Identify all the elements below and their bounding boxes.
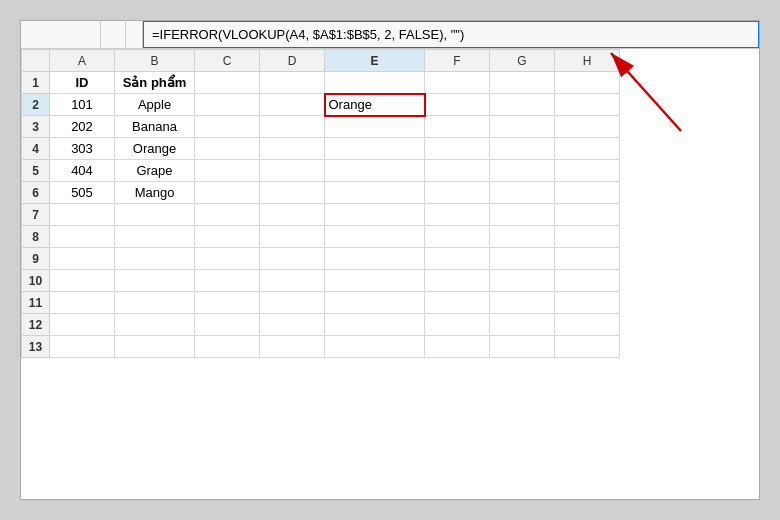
cell-E10[interactable] xyxy=(325,270,425,292)
cell-A10[interactable] xyxy=(50,270,115,292)
col-header-e[interactable]: E xyxy=(325,50,425,72)
cell-H5[interactable] xyxy=(555,160,620,182)
cell-C6[interactable] xyxy=(195,182,260,204)
cell-G2[interactable] xyxy=(490,94,555,116)
row-header-13[interactable]: 13 xyxy=(22,336,50,358)
cell-A2[interactable]: 101 xyxy=(50,94,115,116)
cell-E3[interactable] xyxy=(325,116,425,138)
cell-G12[interactable] xyxy=(490,314,555,336)
cell-D7[interactable] xyxy=(260,204,325,226)
cell-D13[interactable] xyxy=(260,336,325,358)
row-header-9[interactable]: 9 xyxy=(22,248,50,270)
cell-C2[interactable] xyxy=(195,94,260,116)
cell-C8[interactable] xyxy=(195,226,260,248)
cell-A3[interactable]: 202 xyxy=(50,116,115,138)
col-header-g[interactable]: G xyxy=(490,50,555,72)
cell-C11[interactable] xyxy=(195,292,260,314)
col-header-h[interactable]: H xyxy=(555,50,620,72)
cell-H13[interactable] xyxy=(555,336,620,358)
cell-F9[interactable] xyxy=(425,248,490,270)
cell-E8[interactable] xyxy=(325,226,425,248)
cell-B1[interactable]: Sản phẩm xyxy=(115,72,195,94)
row-header-7[interactable]: 7 xyxy=(22,204,50,226)
cell-E13[interactable] xyxy=(325,336,425,358)
cell-E11[interactable] xyxy=(325,292,425,314)
cell-H3[interactable] xyxy=(555,116,620,138)
cell-H4[interactable] xyxy=(555,138,620,160)
cell-name-box[interactable] xyxy=(21,21,101,48)
col-header-f[interactable]: F xyxy=(425,50,490,72)
cell-H9[interactable] xyxy=(555,248,620,270)
cell-C9[interactable] xyxy=(195,248,260,270)
row-header-10[interactable]: 10 xyxy=(22,270,50,292)
cell-F2[interactable] xyxy=(425,94,490,116)
cell-F1[interactable] xyxy=(425,72,490,94)
cell-A8[interactable] xyxy=(50,226,115,248)
cell-C5[interactable] xyxy=(195,160,260,182)
cell-C12[interactable] xyxy=(195,314,260,336)
row-header-3[interactable]: 3 xyxy=(22,116,50,138)
cell-B2[interactable]: Apple xyxy=(115,94,195,116)
cell-E7[interactable] xyxy=(325,204,425,226)
cell-E2[interactable]: Orange xyxy=(325,94,425,116)
cell-F12[interactable] xyxy=(425,314,490,336)
cell-F7[interactable] xyxy=(425,204,490,226)
cell-D10[interactable] xyxy=(260,270,325,292)
cell-H2[interactable] xyxy=(555,94,620,116)
cell-G5[interactable] xyxy=(490,160,555,182)
col-header-c[interactable]: C xyxy=(195,50,260,72)
cell-F3[interactable] xyxy=(425,116,490,138)
cell-B3[interactable]: Banana xyxy=(115,116,195,138)
col-header-d[interactable]: D xyxy=(260,50,325,72)
cell-G8[interactable] xyxy=(490,226,555,248)
cell-B10[interactable] xyxy=(115,270,195,292)
cell-B13[interactable] xyxy=(115,336,195,358)
row-header-12[interactable]: 12 xyxy=(22,314,50,336)
cell-C10[interactable] xyxy=(195,270,260,292)
cell-H11[interactable] xyxy=(555,292,620,314)
cell-H1[interactable] xyxy=(555,72,620,94)
cell-B5[interactable]: Grape xyxy=(115,160,195,182)
cell-G7[interactable] xyxy=(490,204,555,226)
cell-B4[interactable]: Orange xyxy=(115,138,195,160)
cell-C13[interactable] xyxy=(195,336,260,358)
col-header-a[interactable]: A xyxy=(50,50,115,72)
row-header-11[interactable]: 11 xyxy=(22,292,50,314)
cell-D6[interactable] xyxy=(260,182,325,204)
grid-scroll[interactable]: A B C D E F G H 1IDSản phẩm2101AppleOran… xyxy=(21,49,759,499)
cell-A11[interactable] xyxy=(50,292,115,314)
cell-F8[interactable] xyxy=(425,226,490,248)
row-header-8[interactable]: 8 xyxy=(22,226,50,248)
cell-C1[interactable] xyxy=(195,72,260,94)
cell-A7[interactable] xyxy=(50,204,115,226)
cell-A6[interactable]: 505 xyxy=(50,182,115,204)
cell-C4[interactable] xyxy=(195,138,260,160)
cell-G9[interactable] xyxy=(490,248,555,270)
formula-input[interactable] xyxy=(143,21,759,48)
cell-B8[interactable] xyxy=(115,226,195,248)
cell-B9[interactable] xyxy=(115,248,195,270)
cell-C7[interactable] xyxy=(195,204,260,226)
cell-G10[interactable] xyxy=(490,270,555,292)
row-header-1[interactable]: 1 xyxy=(22,72,50,94)
cell-G4[interactable] xyxy=(490,138,555,160)
cell-E12[interactable] xyxy=(325,314,425,336)
cell-A9[interactable] xyxy=(50,248,115,270)
cell-B11[interactable] xyxy=(115,292,195,314)
cell-A13[interactable] xyxy=(50,336,115,358)
cell-B12[interactable] xyxy=(115,314,195,336)
cell-D5[interactable] xyxy=(260,160,325,182)
cell-F10[interactable] xyxy=(425,270,490,292)
cell-G6[interactable] xyxy=(490,182,555,204)
cell-G11[interactable] xyxy=(490,292,555,314)
cell-D8[interactable] xyxy=(260,226,325,248)
cell-D11[interactable] xyxy=(260,292,325,314)
cell-E6[interactable] xyxy=(325,182,425,204)
cell-H7[interactable] xyxy=(555,204,620,226)
cell-F13[interactable] xyxy=(425,336,490,358)
cell-D1[interactable] xyxy=(260,72,325,94)
cell-G13[interactable] xyxy=(490,336,555,358)
cell-E5[interactable] xyxy=(325,160,425,182)
row-header-4[interactable]: 4 xyxy=(22,138,50,160)
cell-B6[interactable]: Mango xyxy=(115,182,195,204)
